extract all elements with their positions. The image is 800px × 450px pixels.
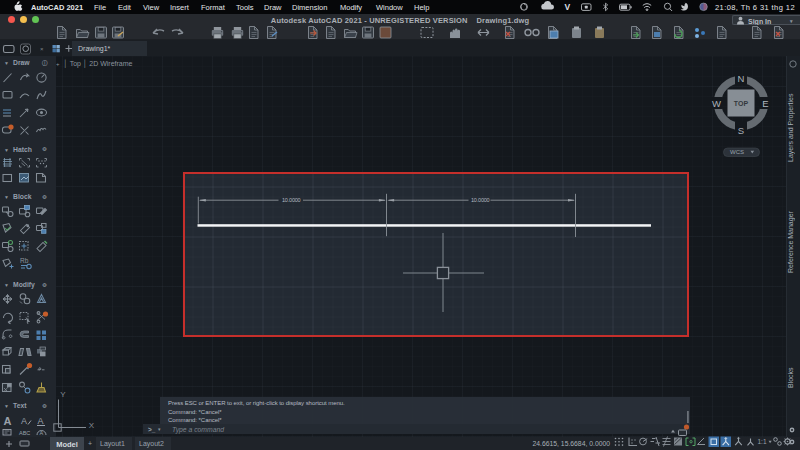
svg-text:TOP: TOP bbox=[734, 100, 749, 107]
svg-text:X: X bbox=[89, 421, 95, 430]
svg-text:A: A bbox=[4, 415, 12, 427]
svg-text:E: E bbox=[762, 98, 768, 109]
svg-text:A: A bbox=[21, 416, 27, 426]
svg-text:ABC: ABC bbox=[19, 430, 30, 436]
svg-text:S: S bbox=[738, 125, 744, 136]
svg-text:WCS: WCS bbox=[730, 149, 744, 155]
svg-text:1:1: 1:1 bbox=[758, 438, 767, 445]
svg-text:Y: Y bbox=[60, 390, 66, 399]
svg-text:Rb: Rb bbox=[20, 257, 29, 264]
svg-text:W: W bbox=[712, 98, 721, 109]
svg-text:A: A bbox=[40, 430, 44, 436]
svg-text:A: A bbox=[38, 416, 44, 426]
svg-text:×: × bbox=[40, 46, 44, 52]
svg-text:V: V bbox=[565, 2, 571, 12]
svg-text:N: N bbox=[738, 73, 745, 84]
